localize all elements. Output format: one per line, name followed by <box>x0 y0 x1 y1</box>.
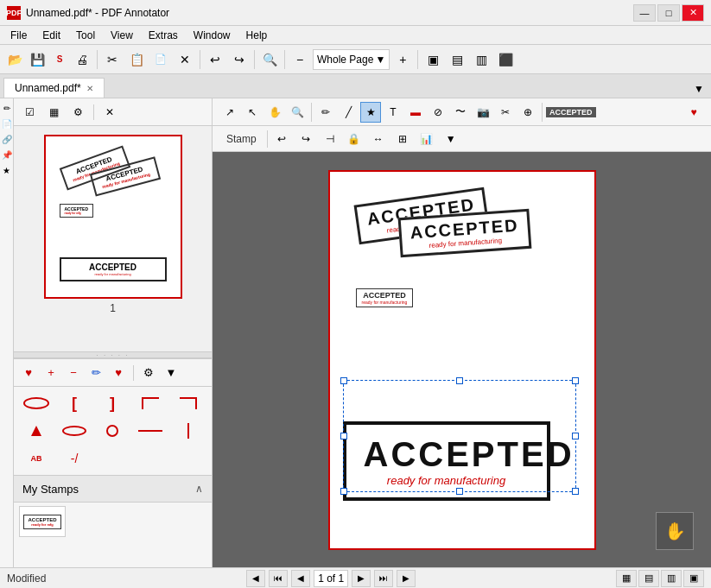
nav-next[interactable]: ▶ <box>352 570 371 587</box>
stamp-line-h[interactable] <box>133 418 168 444</box>
stamp-instance-4[interactable]: ACCEPTED ready for manufacturing <box>343 421 550 501</box>
page-mode-2[interactable]: ▤ <box>446 48 468 71</box>
anno-heart2-btn[interactable]: ♥ <box>109 364 128 383</box>
maximize-button[interactable]: □ <box>657 4 680 22</box>
menu-help[interactable]: Help <box>239 28 275 43</box>
view-btn-2[interactable]: ▤ <box>638 570 659 587</box>
sidebar-icon-2[interactable]: 📄 <box>1 117 13 130</box>
view-btn-3[interactable]: ▥ <box>661 570 682 587</box>
thumbnail-item-1[interactable]: ACCEPTED ready for manufacturing ACCEPTE… <box>44 135 182 314</box>
stamp-rotate-left[interactable]: ↩ <box>271 129 292 149</box>
zoom-out-button[interactable]: − <box>289 48 311 71</box>
handle-top-right[interactable] <box>572 377 579 384</box>
tool-camera[interactable]: 📷 <box>473 102 493 123</box>
nav-prev[interactable]: ◀ <box>291 570 310 587</box>
stamp-corner-tl[interactable] <box>133 390 168 416</box>
nav-prev-page[interactable]: ◀ <box>246 570 265 587</box>
view-btn-1[interactable]: ▦ <box>616 570 637 587</box>
stamp-bracket-r[interactable]: ] <box>95 390 130 416</box>
float-hand-button[interactable]: ✋ <box>656 512 694 550</box>
sidebar-icon-4[interactable]: 📌 <box>1 149 13 161</box>
stamp-align-left[interactable]: ⊣ <box>320 129 340 149</box>
page-mode-1[interactable]: ▣ <box>422 48 444 71</box>
zoom-dropdown[interactable]: Whole Page ▼ <box>313 49 390 70</box>
zoom-in-button[interactable]: + <box>391 48 414 71</box>
anno-heart-btn[interactable]: ♥ <box>19 364 38 383</box>
tool-pen[interactable]: ✏ <box>315 102 336 123</box>
tool-wave[interactable]: 〜 <box>450 102 471 123</box>
thumb-settings[interactable]: ⚙ <box>67 102 88 123</box>
tool-hand[interactable]: ✋ <box>264 102 285 123</box>
stamp-instance-3[interactable]: ACCEPTED ready for manufacturing <box>356 288 414 307</box>
stamp-bracket-l[interactable]: [ <box>57 390 92 416</box>
stamp-instance-2[interactable]: ACCEPTED ready for manufacturing <box>397 208 531 256</box>
tool-line[interactable]: ╱ <box>338 102 359 123</box>
stamp-expand[interactable]: ▼ <box>441 129 461 149</box>
print-button[interactable]: 🖨 <box>71 48 93 71</box>
stamp-align-h[interactable]: ↔ <box>368 129 389 149</box>
stamp-chart[interactable]: 📊 <box>416 129 437 149</box>
tab-close-icon[interactable]: ✕ <box>86 84 93 93</box>
minimize-button[interactable]: — <box>633 4 656 22</box>
anno-minus-btn[interactable]: − <box>64 364 83 383</box>
nav-first[interactable]: ⏮ <box>269 570 288 587</box>
redo-button[interactable]: ↪ <box>228 48 251 71</box>
view-btn-4[interactable]: ▣ <box>683 570 704 587</box>
undo-button[interactable]: ↩ <box>204 48 226 71</box>
tab-unnamed-pdf[interactable]: Unnamed.pdf* ✕ <box>3 78 105 98</box>
nav-next-page[interactable]: ▶ <box>397 570 416 587</box>
menu-file[interactable]: File <box>3 28 34 43</box>
tool-stamp[interactable]: ★ <box>360 102 381 123</box>
sidebar-icon-1[interactable]: ✏ <box>1 102 13 114</box>
anno-gear-btn[interactable]: ⚙ <box>139 364 158 383</box>
tool-zoom2[interactable]: ⊕ <box>517 102 538 123</box>
anno-edit-btn[interactable]: ✏ <box>86 364 105 383</box>
stamp-slash[interactable]: -/ <box>57 446 92 471</box>
paste-button[interactable]: 📄 <box>149 48 172 71</box>
thumb-grid[interactable]: ▦ <box>43 102 64 123</box>
tool-eraser[interactable]: ⊘ <box>428 102 448 123</box>
menu-edit[interactable]: Edit <box>35 28 67 43</box>
stamp-distribute[interactable]: ⊞ <box>392 129 413 149</box>
cut-button[interactable]: ✂ <box>101 48 124 71</box>
my-stamp-item-1[interactable]: ACCEPTED ready for mfg <box>19 506 66 537</box>
thumb-check[interactable]: ☑ <box>19 102 40 123</box>
tool-heart[interactable]: ♥ <box>683 102 704 123</box>
anno-expand-btn[interactable]: ▼ <box>162 364 181 383</box>
stamp-line-v[interactable] <box>171 418 206 444</box>
handle-top-mid[interactable] <box>456 377 463 384</box>
stamp-arrow-up[interactable] <box>19 418 54 444</box>
tool-zoom[interactable]: 🔍 <box>287 102 308 123</box>
stamp-rotate-right[interactable]: ↪ <box>295 129 316 149</box>
handle-bottom-right[interactable] <box>572 488 579 495</box>
sidebar-icon-3[interactable]: 🔗 <box>1 133 13 145</box>
tool-highlight[interactable]: ▬ <box>405 102 426 123</box>
stamp-circle[interactable] <box>95 418 130 444</box>
menu-extras[interactable]: Extras <box>142 28 185 43</box>
sidebar-icon-5[interactable]: ★ <box>1 164 13 176</box>
stamp-corner-tr[interactable] <box>171 390 206 416</box>
tool-text[interactable]: T <box>383 102 403 123</box>
tab-scroll-arrow[interactable]: ▼ <box>690 80 708 98</box>
delete-button[interactable]: ✕ <box>174 48 196 71</box>
menu-tool[interactable]: Tool <box>69 28 102 43</box>
menu-window[interactable]: Window <box>187 28 238 43</box>
stamp-text-ab[interactable]: AB <box>19 446 54 471</box>
save-button2[interactable]: S <box>48 48 71 71</box>
anno-add-btn[interactable]: + <box>41 364 60 383</box>
stamp-lock[interactable]: 🔒 <box>344 129 365 149</box>
tool-arrow[interactable]: ↗ <box>219 102 240 123</box>
save-button[interactable]: 💾 <box>26 48 48 71</box>
page-mode-4[interactable]: ⬛ <box>494 48 517 71</box>
nav-last[interactable]: ⏭ <box>374 570 393 587</box>
tool-crop[interactable]: ✂ <box>495 102 516 123</box>
tool-select[interactable]: ↖ <box>242 102 263 123</box>
stamp-oval[interactable] <box>19 390 54 416</box>
copy-button[interactable]: 📋 <box>125 48 148 71</box>
open-button[interactable]: 📂 <box>3 48 26 71</box>
page-mode-3[interactable]: ▥ <box>470 48 492 71</box>
handle-top-left[interactable] <box>340 377 347 384</box>
search-button[interactable]: 🔍 <box>258 48 281 71</box>
thumb-close[interactable]: ✕ <box>99 102 120 123</box>
stamp-oval2[interactable] <box>57 418 92 444</box>
